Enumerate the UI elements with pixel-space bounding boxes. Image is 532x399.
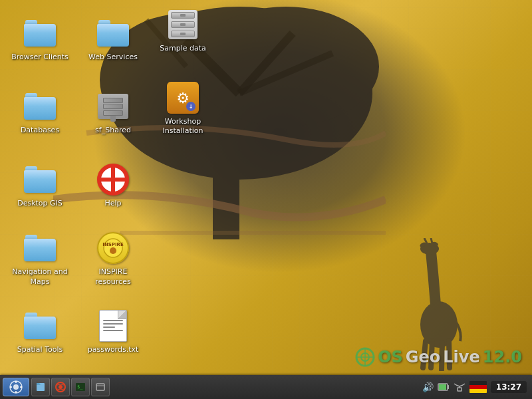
drawer-3 bbox=[171, 31, 195, 37]
svg-line-46 bbox=[463, 384, 465, 385]
start-icon bbox=[9, 380, 23, 394]
taskbar-window-button[interactable] bbox=[91, 378, 110, 396]
time-display: 13:27 bbox=[496, 382, 521, 392]
icon-inspire-resources[interactable]: INSPIRE INSPIRE resources bbox=[76, 223, 150, 296]
inspire-label: INSPIRE resources bbox=[82, 267, 144, 287]
help-label: Help bbox=[104, 199, 121, 208]
brand-geo-text: Geo bbox=[406, 348, 440, 366]
databases-icon-img bbox=[24, 90, 56, 122]
taskbar-browser-button[interactable] bbox=[51, 378, 70, 396]
text-line bbox=[103, 323, 123, 325]
svg-line-44 bbox=[460, 385, 463, 386]
nav-maps-label: Navigation and Maps bbox=[9, 267, 71, 287]
svg-point-20 bbox=[110, 247, 116, 254]
icon-help[interactable]: Help bbox=[76, 150, 150, 223]
svg-point-33 bbox=[59, 385, 63, 389]
network-icon[interactable] bbox=[454, 382, 466, 392]
inspire-icon-img: INSPIRE bbox=[97, 232, 129, 264]
icons-area: Browser Clients Web Services Databases bbox=[0, 0, 166, 372]
sample-data-label: Sample data bbox=[160, 44, 206, 53]
svg-line-45 bbox=[454, 384, 456, 385]
icon-web-services[interactable]: Web Services bbox=[76, 3, 150, 76]
icon-navigation-and-maps[interactable]: Navigation and Maps bbox=[3, 223, 76, 296]
folder-body bbox=[97, 24, 129, 47]
folder-body bbox=[24, 170, 56, 193]
window-icon bbox=[95, 382, 106, 392]
drawer-2 bbox=[171, 21, 195, 28]
start-button[interactable] bbox=[3, 378, 29, 396]
browser-icon bbox=[55, 382, 66, 392]
taskbar-clock[interactable]: 13:27 bbox=[491, 381, 527, 393]
osgeo-brand: OSGeoLive 12.0 bbox=[355, 347, 522, 367]
inspire-graphic: INSPIRE bbox=[97, 232, 129, 264]
brand-os-text: OS bbox=[378, 348, 403, 366]
passwords-label: passwords.txt bbox=[88, 345, 139, 354]
text-line bbox=[103, 320, 123, 321]
svg-line-43 bbox=[456, 385, 460, 386]
icon-sf-shared[interactable]: sf_Shared bbox=[76, 76, 150, 150]
folder-body bbox=[24, 317, 56, 339]
osgeo-logo-icon bbox=[355, 347, 375, 367]
svg-text:$_: $_ bbox=[77, 384, 83, 390]
svg-rect-40 bbox=[439, 384, 446, 390]
text-line bbox=[103, 327, 115, 328]
web-services-icon-img bbox=[97, 17, 129, 49]
svg-text:INSPIRE: INSPIRE bbox=[102, 242, 124, 247]
sfshared-graphic bbox=[98, 94, 128, 119]
sf-shared-label: sf_Shared bbox=[95, 126, 131, 135]
icon-desktop-gis[interactable]: Desktop GIS bbox=[3, 150, 76, 223]
svg-rect-39 bbox=[448, 385, 449, 389]
taskbar-apps: $_ bbox=[31, 378, 110, 396]
icon-spatial-tools[interactable]: Spatial Tools bbox=[3, 296, 76, 369]
text-line bbox=[103, 330, 123, 331]
spatial-tools-icon-img bbox=[24, 310, 56, 342]
taskbar-files-button[interactable] bbox=[31, 378, 50, 396]
svg-rect-41 bbox=[458, 388, 462, 391]
help-lifebuoy bbox=[97, 164, 129, 196]
folder-body bbox=[24, 239, 56, 261]
filemanager-graphic bbox=[168, 10, 198, 39]
nav-maps-icon-img bbox=[24, 232, 56, 264]
volume-icon[interactable]: 🔊 bbox=[422, 382, 434, 392]
desktop-gis-label: Desktop GIS bbox=[17, 199, 63, 208]
svg-rect-36 bbox=[96, 384, 104, 390]
browser-clients-label: Browser Clients bbox=[11, 53, 68, 62]
icon-browser-clients[interactable]: Browser Clients bbox=[3, 3, 76, 76]
icon-passwords-txt[interactable]: passwords.txt bbox=[76, 296, 150, 369]
terminal-icon: $_ bbox=[75, 382, 86, 392]
workshop-graphic: ⚙ ↓ bbox=[167, 82, 199, 114]
brand-live-text: Live bbox=[443, 348, 479, 366]
folder-body bbox=[24, 97, 56, 120]
flag-gold-stripe bbox=[469, 389, 487, 393]
web-services-label: Web Services bbox=[88, 53, 138, 62]
passwords-icon-img bbox=[97, 310, 129, 342]
taskbar-terminal-button[interactable]: $_ bbox=[71, 378, 90, 396]
spatial-tools-label: Spatial Tools bbox=[17, 345, 63, 354]
text-file-graphic bbox=[99, 310, 127, 342]
databases-label: Databases bbox=[21, 126, 59, 135]
taskbar: $_ 🔊 bbox=[0, 375, 532, 399]
svg-point-26 bbox=[13, 384, 19, 390]
svg-rect-3 bbox=[213, 146, 239, 239]
taskbar-right: 🔊 13 bbox=[422, 381, 529, 393]
battery-icon[interactable] bbox=[438, 382, 450, 392]
brand-version-text: 12.0 bbox=[483, 348, 522, 366]
icon-workshop-installation[interactable]: ⚙ ↓ Workshop Installation bbox=[146, 76, 219, 142]
workshop-installation-label: Workshop Installation bbox=[152, 117, 214, 136]
icon-databases[interactable]: Databases bbox=[3, 76, 76, 150]
text-lines bbox=[103, 320, 123, 331]
desktop-gis-icon-img bbox=[24, 164, 56, 196]
svg-point-2 bbox=[193, 7, 379, 126]
icon-sample-data[interactable]: Sample data bbox=[146, 3, 219, 59]
svg-line-13 bbox=[431, 238, 432, 243]
sample-data-icon-img bbox=[167, 9, 199, 41]
files-icon bbox=[35, 382, 46, 392]
flag-germany[interactable] bbox=[469, 381, 487, 393]
workshop-icon-img: ⚙ ↓ bbox=[167, 82, 199, 114]
sfshared-icon-img bbox=[97, 90, 129, 122]
browser-clients-icon-img bbox=[24, 17, 56, 49]
help-icon-img bbox=[97, 164, 129, 196]
desktop: Browser Clients Web Services Databases bbox=[0, 0, 532, 399]
drawer-1 bbox=[171, 12, 195, 19]
folder-body bbox=[24, 24, 56, 47]
